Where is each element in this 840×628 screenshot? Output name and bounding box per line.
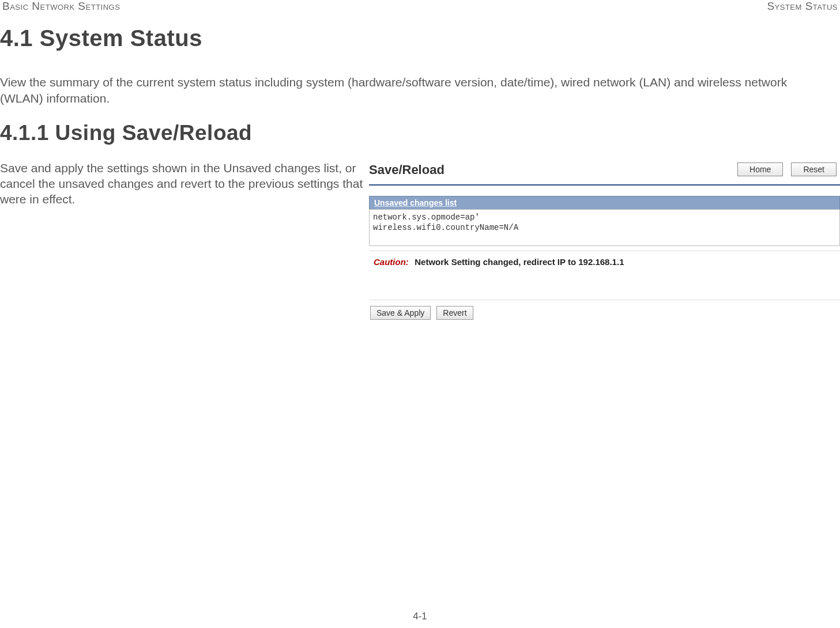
revert-button[interactable]: Revert [436,306,473,320]
caution-label: Caution: [374,257,409,267]
subsection-body: Save and apply the settings shown in the… [0,160,363,207]
caution-row: Caution: Network Setting changed, redire… [369,251,840,273]
panel-title: Save/Reload [369,162,445,177]
unsaved-changes-header: Unsaved changes list [369,196,840,209]
save-apply-button[interactable]: Save & Apply [370,306,431,320]
caution-text: Network Setting changed, redirect IP to … [415,257,624,267]
running-header: Basic Network Settings System Status [0,0,840,13]
unsaved-changes-list: network.sys.opmode=ap' wireless.wifi0.co… [369,209,840,246]
header-right: System Status [767,0,838,13]
reset-button[interactable]: Reset [791,162,837,176]
header-left: Basic Network Settings [2,0,120,13]
divider [369,184,840,186]
save-reload-figure: Save/Reload Home Reset Unsaved changes l… [369,160,840,320]
subsection-title: 4.1.1 Using Save/Reload [0,121,840,145]
home-button[interactable]: Home [737,162,783,176]
section-title: 4.1 System Status [0,25,840,51]
change-line: network.sys.opmode=ap' [373,212,836,222]
section-intro: View the summary of the current system s… [0,74,830,107]
divider [369,300,840,300]
change-line: wireless.wifi0.countryName=N/A [373,222,836,233]
page-number: 4-1 [0,611,840,622]
